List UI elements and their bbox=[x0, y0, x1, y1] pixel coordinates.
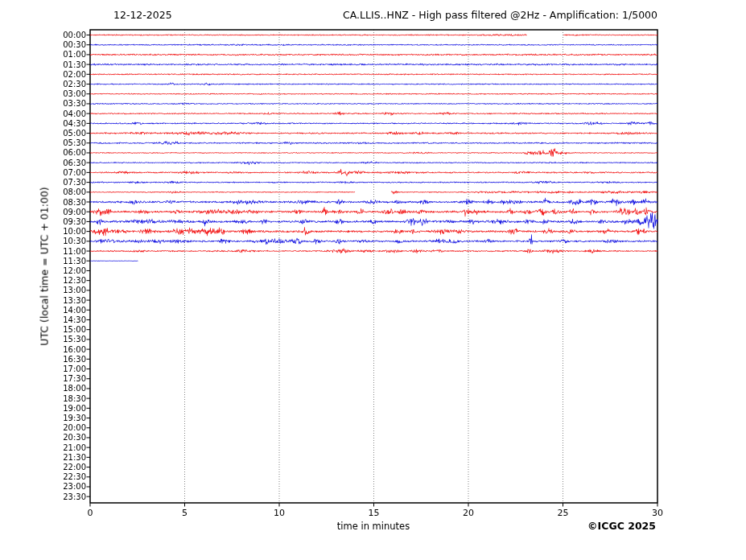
y-tick-label: 17:00 bbox=[0, 364, 86, 373]
y-tick-label: 12:00 bbox=[0, 266, 86, 275]
y-tick-label: 23:00 bbox=[0, 482, 86, 491]
y-tick-label: 11:00 bbox=[0, 247, 86, 256]
y-tick-label: 00:30 bbox=[0, 40, 86, 49]
y-tick-label: 02:00 bbox=[0, 70, 86, 79]
y-tick-label: 20:30 bbox=[0, 433, 86, 442]
y-tick-label: 11:30 bbox=[0, 257, 86, 266]
y-tick-label: 18:30 bbox=[0, 394, 86, 403]
y-tick-label: 22:00 bbox=[0, 463, 86, 471]
y-tick-label: 12:30 bbox=[0, 276, 86, 285]
y-tick-label: 16:00 bbox=[0, 345, 86, 354]
y-tick-label: 20:00 bbox=[0, 423, 86, 432]
y-tick-label: 23:30 bbox=[0, 492, 86, 501]
y-tick-label: 04:00 bbox=[0, 109, 86, 118]
y-tick-label: 18:00 bbox=[0, 384, 86, 393]
plot-date: 12-12-2025 bbox=[113, 9, 172, 21]
y-tick-label: 07:00 bbox=[0, 168, 86, 177]
x-axis-label: time in minutes bbox=[337, 521, 410, 532]
y-tick-label: 21:00 bbox=[0, 443, 86, 452]
y-tick-label: 09:00 bbox=[0, 208, 86, 216]
y-tick-label: 15:30 bbox=[0, 335, 86, 344]
y-tick-label: 13:00 bbox=[0, 286, 86, 294]
y-tick-label: 06:30 bbox=[0, 159, 86, 167]
y-tick-label: 01:00 bbox=[0, 50, 86, 59]
y-tick-label: 14:00 bbox=[0, 306, 86, 315]
y-tick-label: 17:30 bbox=[0, 374, 86, 383]
y-tick-label: 01:30 bbox=[0, 60, 86, 69]
y-tick-label: 07:30 bbox=[0, 178, 86, 187]
y-tick-label: 00:00 bbox=[0, 31, 86, 39]
y-tick-label: 08:00 bbox=[0, 187, 86, 196]
x-tick-label: 30 bbox=[652, 508, 663, 518]
y-tick-label: 19:00 bbox=[0, 404, 86, 413]
copyright-text: ©ICGC 2025 bbox=[587, 520, 656, 532]
y-tick-label: 14:30 bbox=[0, 315, 86, 324]
y-tick-label: 02:30 bbox=[0, 80, 86, 89]
y-tick-label: 05:00 bbox=[0, 129, 86, 138]
y-tick-label: 03:30 bbox=[0, 99, 86, 108]
x-tick-label: 15 bbox=[369, 508, 380, 518]
y-tick-label: 22:30 bbox=[0, 472, 86, 481]
helicorder-canvas bbox=[0, 0, 746, 560]
plot-title: CA.LLIS..HNZ - High pass filtered @2Hz -… bbox=[343, 9, 657, 21]
y-tick-label: 04:30 bbox=[0, 119, 86, 128]
x-tick-label: 25 bbox=[558, 508, 569, 518]
y-tick-label: 03:00 bbox=[0, 89, 86, 98]
y-tick-label: 06:00 bbox=[0, 148, 86, 157]
helicorder-screen: 12-12-2025 CA.LLIS..HNZ - High pass filt… bbox=[0, 0, 746, 560]
y-tick-label: 09:30 bbox=[0, 217, 86, 226]
y-tick-label: 19:30 bbox=[0, 414, 86, 422]
y-tick-label: 13:30 bbox=[0, 296, 86, 305]
y-tick-label: 15:00 bbox=[0, 325, 86, 334]
x-tick-label: 5 bbox=[182, 508, 188, 518]
x-tick-label: 10 bbox=[274, 508, 285, 518]
y-tick-label: 10:30 bbox=[0, 237, 86, 245]
y-tick-label: 16:30 bbox=[0, 355, 86, 364]
x-tick-label: 20 bbox=[463, 508, 474, 518]
x-tick-label: 0 bbox=[88, 508, 93, 518]
y-tick-label: 10:00 bbox=[0, 227, 86, 236]
y-tick-label: 05:30 bbox=[0, 138, 86, 147]
y-tick-label: 08:30 bbox=[0, 198, 86, 207]
y-tick-label: 21:30 bbox=[0, 453, 86, 462]
